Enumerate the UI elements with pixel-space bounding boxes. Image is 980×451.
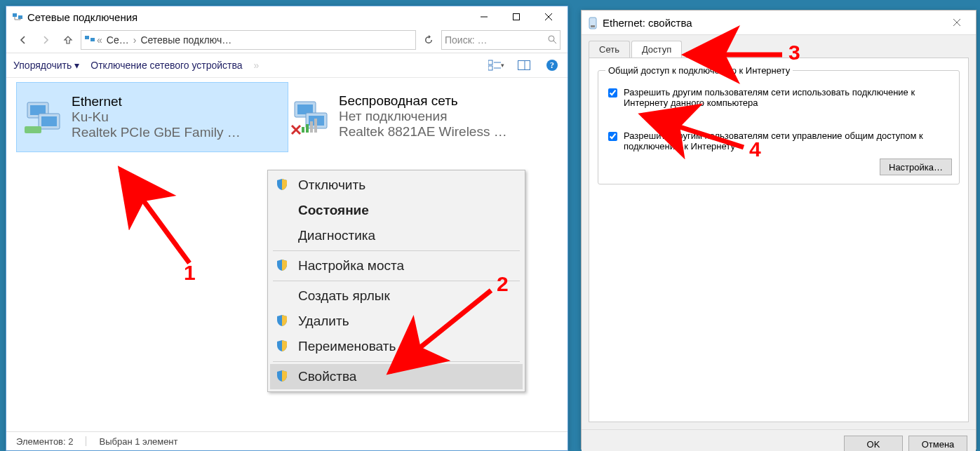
status-selected: Выбран 1 элемент xyxy=(99,436,177,447)
conn-device: Realtek 8821AE Wireless … xyxy=(339,124,507,140)
connection-ethernet[interactable]: Ethernet Ku-Ku Realtek PCIe GbE Family … xyxy=(16,82,288,152)
disable-device-button[interactable]: Отключение сетевого устройства xyxy=(90,60,242,71)
svg-rect-10 xyxy=(488,60,492,65)
svg-rect-11 xyxy=(488,66,492,70)
toolbar: Упорядочить▾ Отключение сетевого устройс… xyxy=(6,53,568,78)
organize-button[interactable]: Упорядочить▾ xyxy=(13,60,79,71)
menu-state[interactable]: Состояние xyxy=(270,198,523,223)
address-bar[interactable]: « Се… › Сетевые подключ… xyxy=(81,30,416,50)
search-placeholder: Поиск: … xyxy=(445,34,488,46)
svg-rect-21 xyxy=(41,116,57,126)
view-button[interactable]: ▾ xyxy=(488,57,504,74)
tab-panel-access: Общий доступ к подключению к Интернету Р… xyxy=(589,58,969,422)
allow-control-checkbox[interactable]: Разрешить другим пользователям сети упра… xyxy=(605,130,952,152)
wireless-icon xyxy=(290,95,332,137)
status-count: Элементов: 2 xyxy=(16,436,73,447)
menu-delete[interactable]: Удалить xyxy=(270,309,523,334)
ics-group: Общий доступ к подключению к Интернету Р… xyxy=(598,65,960,184)
help-button[interactable]: ? xyxy=(544,57,561,74)
tab-access[interactable]: Доступ xyxy=(631,41,682,58)
shield-icon xyxy=(276,339,290,354)
menu-rename[interactable]: Переименовать xyxy=(270,334,523,359)
svg-rect-28 xyxy=(306,124,309,133)
conn-status: Ku-Ku xyxy=(72,109,241,125)
nav-up-button[interactable] xyxy=(58,30,78,50)
menu-disable[interactable]: Отключить xyxy=(270,173,523,198)
cancel-button[interactable]: Отмена xyxy=(908,436,967,451)
conn-name: Беспроводная сеть xyxy=(339,93,507,109)
network-icon xyxy=(12,11,23,22)
adapter-icon xyxy=(587,17,598,28)
shield-icon xyxy=(276,314,290,328)
conn-device: Realtek PCIe GbE Family … xyxy=(72,125,241,140)
ok-button[interactable]: OK xyxy=(844,436,903,451)
status-bar: Элементов: 2 Выбран 1 элемент xyxy=(6,431,568,450)
tab-network[interactable]: Сеть xyxy=(589,41,630,58)
svg-rect-0 xyxy=(13,13,17,17)
connection-wireless[interactable]: Беспроводная сеть Нет подключения Realte… xyxy=(284,82,555,151)
svg-rect-7 xyxy=(90,38,95,41)
dialog-titlebar: Ethernet: свойства xyxy=(582,11,976,35)
nav-back-button[interactable] xyxy=(13,30,33,50)
shield-icon xyxy=(276,259,290,273)
maximize-button[interactable] xyxy=(500,6,532,27)
menu-diagnostics[interactable]: Диагностика xyxy=(270,223,523,248)
allow-share-checkbox[interactable]: Разрешить другим пользователям сети испо… xyxy=(605,87,952,108)
anno-3: 3 xyxy=(788,41,800,65)
svg-rect-27 xyxy=(302,127,304,133)
shield-icon xyxy=(276,178,290,192)
menu-create-shortcut[interactable]: Создать ярлык xyxy=(270,283,523,309)
anno-1: 1 xyxy=(184,261,196,285)
svg-rect-29 xyxy=(310,121,313,133)
svg-line-9 xyxy=(553,41,556,43)
conn-name: Ethernet xyxy=(72,94,241,109)
anno-4: 4 xyxy=(749,137,761,161)
svg-rect-14 xyxy=(518,61,530,70)
address-row: « Се… › Сетевые подключ… Поиск: … xyxy=(6,27,568,53)
shield-icon xyxy=(276,370,290,384)
context-menu: Отключить Состояние Диагностика Настройк… xyxy=(267,170,525,392)
dialog-close-button[interactable] xyxy=(941,12,973,33)
group-legend: Общий доступ к подключению к Интернету xyxy=(605,65,793,76)
anno-2: 2 xyxy=(497,272,509,296)
refresh-button[interactable] xyxy=(419,30,438,50)
minimize-button[interactable] xyxy=(468,6,500,27)
nav-forward-button[interactable] xyxy=(36,30,55,50)
preview-pane-button[interactable] xyxy=(516,57,532,74)
network-icon xyxy=(84,34,95,47)
svg-text:?: ? xyxy=(550,60,554,70)
window-title: Сетевые подключения xyxy=(27,11,468,23)
close-button[interactable] xyxy=(532,6,565,27)
svg-rect-30 xyxy=(314,119,317,133)
svg-rect-6 xyxy=(85,36,89,39)
svg-rect-3 xyxy=(514,14,520,20)
svg-rect-22 xyxy=(25,126,41,133)
settings-button[interactable]: Настройка… xyxy=(880,159,952,175)
svg-rect-32 xyxy=(591,25,595,27)
search-icon xyxy=(547,34,557,46)
chevron-down-icon: ▾ xyxy=(74,60,79,71)
window-titlebar: Сетевые подключения xyxy=(6,6,568,27)
menu-properties[interactable]: Свойства xyxy=(270,364,523,389)
search-input[interactable]: Поиск: … xyxy=(441,30,561,50)
menu-bridge[interactable]: Настройка моста xyxy=(270,253,523,278)
svg-point-8 xyxy=(549,36,554,41)
ethernet-icon xyxy=(22,96,65,138)
dialog-title: Ethernet: свойства xyxy=(603,17,941,29)
conn-status: Нет подключения xyxy=(339,109,507,124)
